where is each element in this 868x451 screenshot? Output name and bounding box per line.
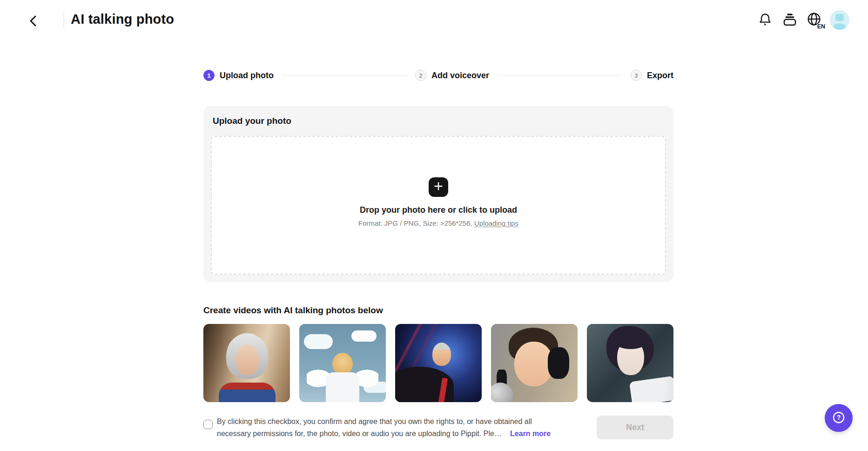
step-1-label: Upload photo (220, 71, 274, 81)
sample-photo-baby-headphones[interactable] (491, 324, 578, 402)
plus-icon (434, 182, 443, 192)
question-mark-icon: ? (832, 411, 846, 426)
step-2-circle: 2 (415, 70, 426, 81)
dropzone-hint: Format: JPG / PNG, Size: >256*256, Uploa… (358, 219, 518, 227)
step-3-label: Export (647, 71, 673, 81)
step-add-voiceover[interactable]: 2 Add voiceover (415, 70, 489, 81)
back-chevron-icon (26, 13, 41, 30)
header-actions: EN (756, 10, 849, 30)
help-button[interactable]: ? (825, 404, 853, 432)
dropzone-title: Drop your photo here or click to upload (360, 205, 517, 215)
consent-text: By clicking this checkbox, you confirm a… (217, 416, 589, 440)
step-2-label: Add voiceover (431, 71, 489, 81)
footer-bar: By clicking this checkbox, you confirm a… (203, 415, 673, 444)
format-hint-text: Format: JPG / PNG, Size: >256*256, (358, 219, 472, 227)
notifications-button[interactable] (756, 10, 774, 30)
stepper-connector (282, 75, 407, 76)
step-upload-photo[interactable]: 1 Upload photo (203, 70, 274, 81)
wizard-stepper: 1 Upload photo 2 Add voiceover 3 Export (203, 70, 673, 81)
learn-more-link[interactable]: Learn more (510, 428, 551, 440)
stack-icon (781, 11, 798, 29)
bell-icon (757, 11, 774, 29)
stepper-connector (497, 75, 623, 76)
uploading-tips-link[interactable]: Uploading tips (474, 219, 518, 227)
avatar-body-shape (833, 23, 846, 30)
sample-photo-angel-child[interactable] (299, 324, 386, 402)
upload-card: Upload your photo Drop your photo here o… (203, 106, 673, 282)
avatar-head-shape (835, 14, 844, 21)
step-3-circle: 3 (631, 70, 642, 81)
sample-photo-singer[interactable] (395, 324, 482, 402)
next-button[interactable]: Next (597, 416, 673, 439)
language-button[interactable]: EN (805, 10, 824, 30)
sample-photo-anime-character[interactable] (587, 324, 673, 402)
assets-stack-button[interactable] (781, 10, 799, 30)
header: AI talking photo (0, 0, 868, 37)
consent-line-1: By clicking this checkbox, you confirm a… (217, 416, 589, 428)
user-avatar[interactable] (830, 10, 849, 30)
photo-dropzone[interactable]: Drop your photo here or click to upload … (211, 136, 666, 275)
consent-line-2: necessary permissions for, the photo, vi… (217, 428, 502, 440)
step-export[interactable]: 3 Export (631, 70, 673, 81)
sample-photo-flight-attendant[interactable] (203, 324, 290, 402)
sample-thumbnails-row (203, 324, 673, 402)
language-code-badge: EN (817, 24, 825, 30)
title-divider (63, 12, 64, 29)
svg-text:?: ? (837, 414, 841, 421)
step-1-circle: 1 (203, 70, 215, 81)
add-photo-button[interactable] (429, 177, 448, 197)
consent-checkbox[interactable] (203, 420, 213, 429)
samples-heading: Create videos with AI talking photos bel… (203, 305, 383, 316)
upload-card-title: Upload your photo (213, 116, 291, 126)
back-button[interactable] (24, 12, 43, 31)
page-title: AI talking photo (71, 12, 174, 27)
